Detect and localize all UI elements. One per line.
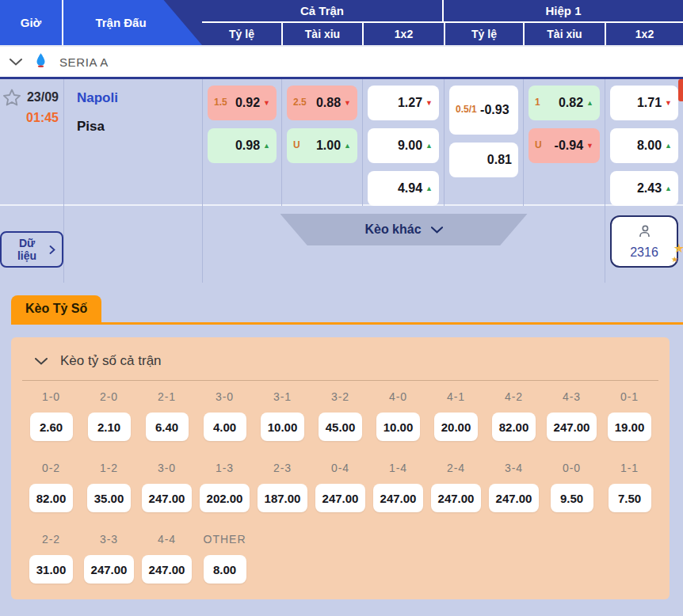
score-label: 3-4 [505,462,523,474]
handicap-label: U [535,139,542,152]
score-odd-button[interactable]: 20.00 [434,413,479,441]
handicap-label: 2.5 [293,97,307,109]
score-slot: 1-4247.00 [372,462,424,512]
odds-cell[interactable]: 0.81 [449,143,518,177]
odds-cell[interactable]: 8.00▲ [610,128,678,163]
score-odd-button[interactable]: 82.00 [29,484,74,512]
score-label: OTHER [204,533,246,546]
score-odd-button[interactable]: 4.00 [204,413,246,441]
odds-cell[interactable]: 1.71▼ [610,86,678,120]
data-cell: Dữ liệu [0,206,63,283]
score-label: 2-1 [158,390,176,403]
panel-title: Kèo tỷ số cả trận [60,353,162,369]
score-odd-button[interactable]: 19.00 [608,413,652,441]
score-odd-button[interactable]: 9.50 [551,484,593,512]
home-team-name[interactable]: Napoli [77,90,202,106]
score-slot: 0-4247.00 [315,462,366,512]
score-odd-button[interactable]: 10.00 [261,413,305,441]
person-icon [635,223,653,244]
odds-value: 0.98 [235,139,260,153]
score-odd-button[interactable]: 247.00 [315,484,366,512]
trend-up-icon: ▲ [665,142,672,150]
header-ft-1x2: 1x2 [362,23,444,45]
score-label: 3-3 [100,533,118,546]
score-odd-button[interactable]: 247.00 [84,555,135,584]
odds-cell[interactable]: 0.5/1-0.93 [449,86,518,135]
score-odd-button[interactable]: 247.00 [431,484,482,512]
score-label: 0-2 [42,462,60,474]
odds-cell[interactable]: U1.00▲ [287,128,357,163]
score-odd-button[interactable]: 247.00 [373,484,424,512]
trend-up-icon: ▲ [344,142,351,150]
odds-cell[interactable]: 10.82▲ [528,86,600,120]
score-slot: 2-16.40 [141,390,193,441]
odds-value: 4.94 [398,181,422,196]
match-actions-row: Dữ liệu Kèo khác 2316 [0,206,683,283]
score-slot: 4-282.00 [488,390,540,441]
odds-column-firsthalf-handicap: 0.5/1-0.930.81 [444,79,523,206]
score-odd-button[interactable]: 247.00 [547,413,597,441]
more-bets-button[interactable]: Kèo khác [280,214,528,245]
data-button[interactable]: Dữ liệu [0,231,63,268]
score-label: 4-0 [389,390,407,403]
score-slot: 0-119.00 [604,390,655,441]
score-label: 3-2 [331,390,349,403]
trend-down-icon: ▼ [665,99,672,107]
odds-value: 8.00 [637,139,662,153]
score-odd-button[interactable]: 31.00 [29,555,74,584]
score-odd-button[interactable]: 187.00 [258,484,308,512]
teams-cell[interactable]: Napoli Pisa [63,79,202,206]
header-time-col: Giờ [0,0,63,45]
chevron-down-icon[interactable] [35,353,48,369]
score-odd-button[interactable]: 82.00 [492,413,536,441]
score-slot: 3-4247.00 [488,462,540,512]
viewers-box[interactable]: 2316 [610,215,678,268]
odds-cell[interactable]: 9.00▲ [368,128,439,163]
score-odd-button[interactable]: 2.60 [30,413,73,441]
score-label: 4-1 [447,390,465,403]
odds-value: 1.71 [637,96,662,110]
away-team-name[interactable]: Pisa [77,119,202,135]
header-h1-handicap: Tỷ lệ [444,23,523,45]
chevron-down-icon[interactable] [10,55,22,69]
odds-column-firsthalf-1x2: 1.71▼8.00▲2.43▲ [605,79,683,206]
score-slot: 1-17.50 [604,462,655,512]
score-odd-button[interactable]: 2.10 [88,413,131,441]
odds-cell[interactable]: 1.27▼ [368,86,439,120]
score-odd-button[interactable]: 202.00 [200,484,250,512]
odds-value: 0.92 [235,96,260,110]
match-row: 23/09 01:45 Napoli Pisa 1.50.92▼0.98▲2.5… [0,79,683,204]
score-odd-button[interactable]: 6.40 [146,413,189,441]
odds-cell[interactable]: 4.94▲ [368,171,439,206]
score-odd-button[interactable]: 8.00 [204,555,246,584]
score-odd-button[interactable]: 10.00 [376,413,421,441]
odds-value: 0.81 [487,153,512,167]
score-slot: 3-0247.00 [141,462,193,512]
score-slot: 3-04.00 [199,390,250,441]
score-slot: 0-282.00 [25,462,77,512]
score-odd-button[interactable]: 45.00 [319,413,363,441]
panel-header[interactable]: Kèo tỷ số cả trận [11,348,670,380]
league-bar[interactable]: SERIA A [0,45,683,77]
header-h1-overunder: Tài xỉu [523,23,605,45]
odds-cell[interactable]: 2.50.88▼ [287,86,357,120]
score-odd-button[interactable]: 7.50 [609,484,651,512]
odds-cell[interactable]: U-0.94▼ [528,128,600,163]
header-firsthalf-group: Hiệp 1 [444,0,683,21]
favorite-star-icon[interactable] [1,87,23,112]
tab-score-odds[interactable]: Kèo Tỷ Số [11,295,101,322]
score-slot: 2-02.10 [83,390,135,441]
betting-app: Giờ Trận Đấu Cả Trận Hiệp 1 Tỷ lệ Tài xỉ… [0,0,683,616]
odds-cell[interactable]: 2.43▲ [610,171,678,206]
odds-value: 1.00 [316,139,341,153]
score-odd-button[interactable]: 35.00 [87,484,132,512]
score-odd-button[interactable]: 247.00 [489,484,540,512]
score-label: 2-2 [42,533,60,546]
odds-cell[interactable]: 0.98▲ [208,128,277,163]
score-label: 4-4 [158,533,176,546]
score-odd-button[interactable]: 247.00 [142,555,193,584]
odds-cell[interactable]: 1.50.92▼ [208,86,277,120]
score-label: 3-1 [273,390,292,403]
score-slot: 1-3202.00 [199,462,250,512]
score-odd-button[interactable]: 247.00 [142,484,193,512]
